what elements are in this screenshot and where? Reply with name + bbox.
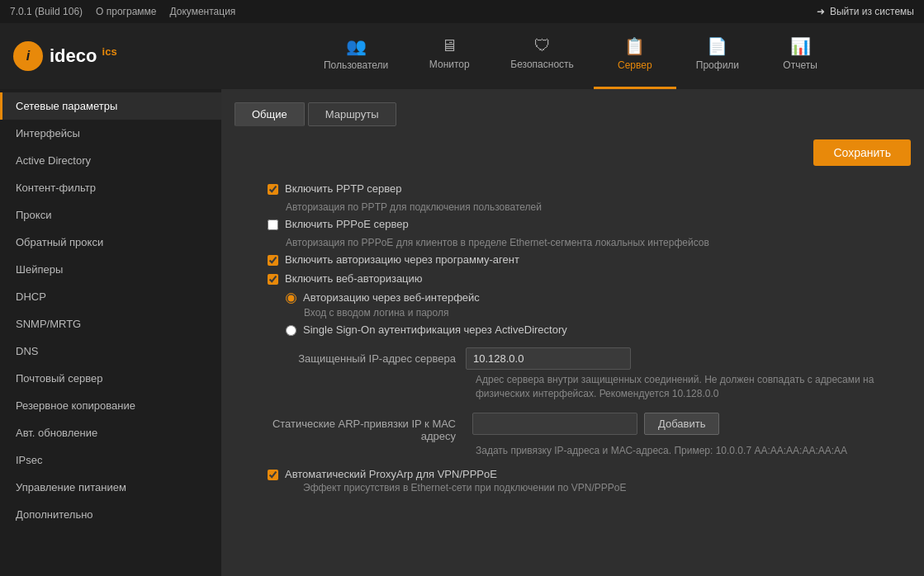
sidebar-item-mail-label: Почтовый сервер (16, 372, 102, 385)
arp-row: Статические ARP-привязки IP к МАС адресу… (268, 413, 911, 442)
logout-label: Выйти из системы (830, 6, 914, 17)
sidebar-item-network-label: Сетевые параметры (16, 100, 117, 112)
reports-icon: 📊 (790, 36, 811, 56)
sidebar-item-proxy[interactable]: Прокси (0, 201, 221, 229)
sidebar-item-cf-label: Контент-фильтр (16, 182, 96, 194)
pppoe-checkbox[interactable] (268, 220, 278, 230)
tab-server[interactable]: 📋 Сервер (594, 23, 676, 89)
pppoe-label: Включить PPPoE сервер (285, 218, 409, 230)
tab-profiles[interactable]: 📄 Профили (676, 23, 759, 89)
logo-name: ideco ics (50, 45, 117, 67)
topbar-left: 7.0.1 (Build 106) О программе Документац… (10, 6, 235, 17)
server-ip-label: Защищенный IP-адрес сервера (268, 347, 466, 365)
radio-web-interface-label: Авторизацию через веб-интерфейс (303, 291, 480, 304)
tab-general[interactable]: Общие (235, 102, 305, 126)
topbar: 7.0.1 (Build 106) О программе Документац… (0, 0, 924, 23)
web-auth-label: Включить веб-авторизацию (285, 272, 423, 285)
logout-button[interactable]: ➜ Выйти из системы (817, 6, 914, 17)
sidebar-item-active-directory[interactable]: Active Directory (0, 147, 221, 174)
sidebar-item-reverse-proxy[interactable]: Обратный прокси (0, 229, 221, 256)
proxy-arp-label: Автоматический ProxyArp для VPN/PPPoE (285, 468, 627, 480)
nav-tabs: 👥 Пользователи 🖥 Монитор 🛡 Безопасность … (221, 23, 924, 89)
main-content: Общие Маршруты Сохранить Включить PPTP с… (221, 89, 924, 576)
radio-web-interface-row: Авторизацию через веб-интерфейс (286, 291, 911, 304)
pptp-checkbox[interactable] (268, 184, 278, 195)
arp-add-button[interactable]: Добавить (644, 413, 719, 435)
web-auth-checkbox[interactable] (268, 274, 278, 285)
radio-group: Авторизацию через веб-интерфейс Вход с в… (286, 291, 911, 336)
radio-sso-label: Single Sign-On аутентификация через Acti… (303, 323, 567, 336)
logo-area: i ideco ics (0, 41, 221, 71)
save-button[interactable]: Сохранить (813, 139, 911, 166)
tab-reports[interactable]: 📊 Отчеты (759, 23, 841, 89)
sidebar-item-dhcp-label: DHCP (16, 290, 46, 303)
proxy-arp-row: Автоматический ProxyArp для VPN/PPPoE Эф… (268, 468, 911, 493)
sidebar-item-dns[interactable]: DNS (0, 338, 221, 365)
sidebar-item-interfaces[interactable]: Интерфейсы (0, 120, 221, 147)
tab-users-label: Пользователи (324, 59, 388, 71)
radio-sso[interactable] (286, 325, 296, 336)
sidebar-item-ipsec[interactable]: IPsec (0, 446, 221, 474)
sidebar-item-backup[interactable]: Резервное копирование (0, 392, 221, 419)
sidebar: Сетевые параметры Интерфейсы Active Dire… (0, 89, 221, 576)
sidebar-item-interfaces-label: Интерфейсы (16, 127, 80, 139)
sidebar-item-snmp-label: SNMP/MRTG (16, 318, 81, 330)
monitor-icon: 🖥 (441, 36, 457, 55)
radio-web-interface-sub: Вход с вводом логина и пароля (304, 307, 911, 319)
tab-routes[interactable]: Маршруты (308, 102, 396, 126)
pppoe-row: Включить PPPoE сервер (268, 218, 911, 230)
logo-icon: i (13, 41, 43, 71)
radio-sso-row: Single Sign-On аутентификация через Acti… (286, 323, 911, 336)
server-ip-row: Защищенный IP-адрес сервера (268, 347, 911, 370)
page-tabs: Общие Маршруты (235, 102, 911, 126)
profiles-icon: 📄 (707, 36, 727, 56)
sidebar-item-snmp[interactable]: SNMP/MRTG (0, 310, 221, 338)
proxy-arp-content: Автоматический ProxyArp для VPN/PPPoE Эф… (285, 468, 627, 493)
sidebar-item-ad-label: Active Directory (16, 154, 91, 167)
proxy-arp-checkbox[interactable] (268, 470, 278, 480)
sidebar-item-advanced[interactable]: Дополнительно (0, 501, 221, 528)
server-ip-input[interactable] (466, 347, 631, 370)
sidebar-item-autoupdate[interactable]: Авт. обновление (0, 419, 221, 446)
sidebar-item-shaper[interactable]: Шейперы (0, 256, 221, 283)
save-row: Сохранить (235, 139, 911, 166)
tab-monitor[interactable]: 🖥 Монитор (408, 23, 490, 89)
tab-security-label: Безопасность (510, 59, 574, 70)
tab-reports-label: Отчеты (783, 59, 817, 71)
tab-security[interactable]: 🛡 Безопасность (490, 23, 594, 89)
docs-link[interactable]: Документация (169, 6, 235, 17)
sidebar-item-dns-label: DNS (16, 345, 38, 357)
server-icon: 📋 (624, 36, 645, 56)
security-icon: 🛡 (534, 36, 551, 55)
sidebar-item-backup-label: Резервное копирование (16, 399, 135, 412)
tab-profiles-label: Профили (696, 59, 739, 71)
radio-web-interface[interactable] (286, 293, 296, 304)
agent-auth-checkbox[interactable] (268, 255, 278, 266)
proxy-arp-sub: Эффект присутствия в Ethernet-сети при п… (303, 482, 627, 493)
tab-users[interactable]: 👥 Пользователи (304, 23, 408, 89)
sidebar-item-network[interactable]: Сетевые параметры (0, 92, 221, 120)
header: i ideco ics 👥 Пользователи 🖥 Монитор 🛡 Б… (0, 23, 924, 89)
version-label: 7.0.1 (Build 106) (10, 6, 83, 17)
sidebar-item-ipsec-label: IPsec (16, 454, 43, 466)
pptp-sub: Авторизация по PPTP для подключения поль… (286, 201, 911, 213)
about-link[interactable]: О программе (96, 6, 156, 17)
sidebar-item-power[interactable]: Управление питанием (0, 474, 221, 501)
sidebar-item-dhcp[interactable]: DHCP (0, 283, 221, 310)
sidebar-item-power-label: Управление питанием (16, 481, 126, 493)
arp-input[interactable] (472, 413, 637, 435)
server-ip-sub: Адрес сервера внутри защищенных соединен… (476, 373, 911, 401)
tab-server-label: Сервер (618, 59, 652, 71)
logout-icon: ➜ (817, 6, 825, 17)
layout: Сетевые параметры Интерфейсы Active Dire… (0, 89, 924, 576)
logo-suffix: ics (102, 45, 117, 58)
sidebar-item-shaper-label: Шейперы (16, 263, 63, 276)
sidebar-item-rp-label: Обратный прокси (16, 236, 103, 248)
sidebar-item-advanced-label: Дополнительно (16, 508, 93, 521)
agent-auth-label: Включить авторизацию через программу-аге… (285, 253, 519, 266)
sidebar-item-content-filter[interactable]: Контент-фильтр (0, 174, 221, 201)
agent-auth-row: Включить авторизацию через программу-аге… (268, 253, 911, 266)
sidebar-item-mail[interactable]: Почтовый сервер (0, 365, 221, 392)
users-icon: 👥 (346, 36, 367, 56)
arp-label: Статические ARP-привязки IP к МАС адресу (268, 413, 466, 442)
